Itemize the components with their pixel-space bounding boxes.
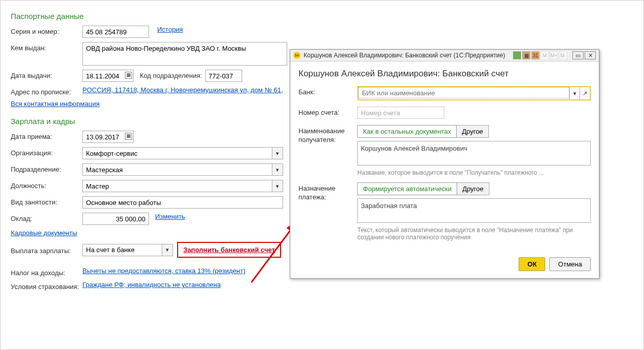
chevron-down-icon[interactable]: ▾: [272, 163, 283, 176]
serial-label: Серия и номер:: [11, 26, 82, 35]
calendar-icon[interactable]: ▦: [125, 72, 132, 79]
calendar-icon[interactable]: ▦: [125, 133, 132, 140]
recipient-toggle: Как в остальных документах Другое: [357, 125, 591, 138]
hr-docs-link[interactable]: Кадровые документы: [11, 229, 77, 237]
dialog-titlebar-text: Коршунов Алексей Владимирович: Банковски…: [304, 52, 513, 59]
chevron-down-icon[interactable]: ▾: [569, 87, 579, 99]
purpose-other-button[interactable]: Другое: [457, 182, 489, 195]
all-contact-link[interactable]: Вся контактная информация: [11, 100, 99, 108]
toolbar-icon-1[interactable]: [513, 51, 521, 59]
tax-link[interactable]: Вычеты не предоставляются, ставка 13% (р…: [82, 267, 245, 275]
address-label: Адрес по прописке:: [11, 86, 82, 96]
issued-by-label: Кем выдан:: [11, 42, 82, 52]
chevron-down-icon[interactable]: ▾: [162, 244, 173, 256]
org-input[interactable]: [82, 147, 272, 159]
purpose-auto-button[interactable]: Формируется автоматически: [357, 182, 457, 195]
close-icon[interactable]: ✕: [585, 51, 596, 59]
salary-label: Оклад:: [11, 213, 82, 222]
toolbar-m[interactable]: M: [541, 51, 549, 59]
maximize-icon[interactable]: ▭: [572, 51, 584, 59]
org-label: Организация:: [11, 147, 82, 157]
recipient-value-area[interactable]: Коршунов Алексей Владимирович: [357, 141, 591, 166]
cancel-button[interactable]: Отмена: [549, 257, 591, 271]
insurance-link[interactable]: Граждане РФ; инвалидность не установлена: [82, 281, 221, 289]
tax-label: Налог на доходы:: [11, 267, 82, 277]
position-input[interactable]: [82, 180, 272, 192]
bank-label: Банк:: [298, 86, 357, 100]
issued-by-input[interactable]: ОВД района Ново-Переделкино УВД ЗАО г. М…: [82, 42, 287, 66]
payout-label: Выплата зарплаты:: [11, 245, 82, 255]
dept-input[interactable]: [82, 163, 272, 176]
recipient-as-other-docs-button[interactable]: Как в остальных документах: [357, 125, 457, 138]
bank-account-dialog: 1c Коршунов Алексей Владимирович: Банков…: [290, 49, 599, 279]
account-label: Номер счета:: [298, 107, 357, 119]
purpose-toggle: Формируется автоматически Другое: [357, 182, 591, 195]
dialog-heading: Коршунов Алексей Владимирович: Банковски…: [298, 69, 591, 79]
dept-code-input[interactable]: [205, 70, 242, 82]
account-input[interactable]: [357, 107, 444, 119]
address-link[interactable]: РОССИЯ, 117418, Москва г, Новочеремушкин…: [82, 86, 283, 94]
chevron-down-icon[interactable]: ▾: [272, 147, 283, 159]
chevron-down-icon[interactable]: ▾: [272, 180, 283, 192]
bank-input[interactable]: [358, 87, 569, 98]
purpose-value-area[interactable]: Заработная плата: [357, 198, 591, 223]
toolbar-icon-2[interactable]: ▦: [522, 51, 530, 59]
dept-label: Подразделение:: [11, 163, 82, 173]
history-link[interactable]: История: [157, 26, 183, 33]
dialog-titlebar: 1c Коршунов Алексей Владимирович: Банков…: [290, 50, 599, 61]
salary-input[interactable]: [82, 213, 149, 225]
fill-bank-account-link[interactable]: Заполнить банковский счет: [183, 246, 275, 254]
fill-account-highlight: Заполнить банковский счет: [177, 242, 281, 258]
toolbar-icon-3[interactable]: 31: [531, 51, 540, 59]
open-icon[interactable]: ↗: [579, 87, 590, 99]
purpose-hint: Текст, который автоматически выводится в…: [357, 227, 591, 241]
employment-input[interactable]: [82, 196, 283, 209]
toolbar-m-minus[interactable]: M-: [559, 51, 567, 59]
recipient-label: Наименование получателя:: [298, 125, 357, 176]
app-icon: 1c: [293, 52, 300, 59]
toolbar-m-plus[interactable]: M+: [550, 51, 558, 59]
recipient-other-button[interactable]: Другое: [457, 125, 488, 138]
change-salary-link[interactable]: Изменить: [155, 213, 185, 220]
insurance-label: Условия страхования:: [11, 281, 82, 291]
employment-label: Вид занятости:: [11, 196, 82, 206]
recipient-hint: Название, которое выводится в поле "Полу…: [357, 169, 591, 176]
passport-section-title: Паспортные данные: [11, 12, 633, 20]
serial-input[interactable]: [82, 26, 149, 38]
dept-code-label: Код подразделения:: [140, 70, 202, 79]
ok-button[interactable]: ОК: [519, 257, 545, 271]
position-label: Должность:: [11, 180, 82, 190]
hire-date-label: Дата приема:: [11, 131, 82, 140]
issue-date-label: Дата выдачи:: [11, 70, 82, 79]
payout-input[interactable]: [82, 244, 162, 256]
purpose-label: Назначение платежа:: [298, 182, 357, 241]
main-page: Паспортные данные Серия и номер: История…: [0, 0, 644, 350]
